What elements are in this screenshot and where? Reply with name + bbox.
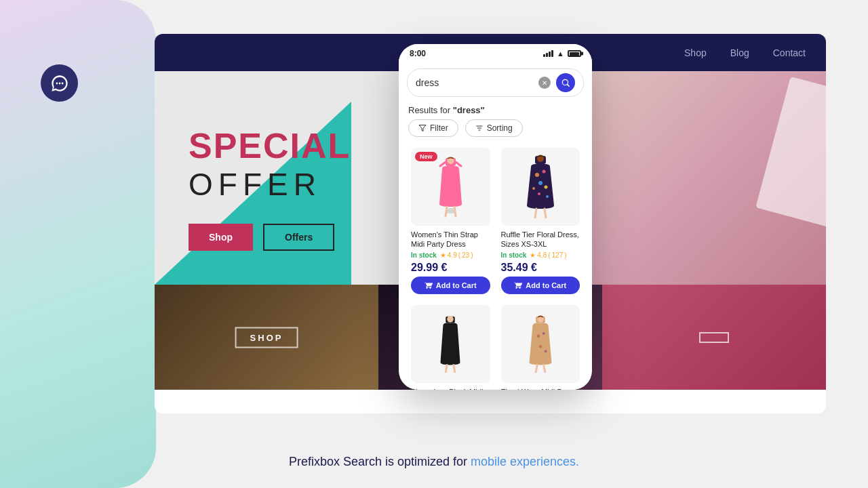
search-submit-button[interactable] <box>556 73 575 92</box>
rating-2: ★ 4.8 (127) <box>530 251 566 259</box>
product-name-2: Ruffle Tier Floral Dress, Sizes XS-3XL <box>501 230 580 249</box>
svg-point-32 <box>536 334 540 338</box>
svg-line-36 <box>536 365 537 372</box>
svg-point-30 <box>447 316 454 323</box>
svg-line-29 <box>454 365 455 372</box>
svg-point-0 <box>56 82 58 84</box>
svg-point-33 <box>542 332 545 335</box>
svg-point-19 <box>538 181 542 185</box>
filter-sort-row: Filter Sorting <box>399 119 592 142</box>
thumb-3[interactable] <box>602 285 826 390</box>
svg-line-10 <box>440 162 446 166</box>
svg-point-35 <box>545 350 547 352</box>
shop-button[interactable]: Shop <box>189 224 253 251</box>
product-price-1: 29.99 € <box>411 262 490 274</box>
wifi-icon: ▲ <box>557 49 564 58</box>
special-label: SPECIAL <box>189 125 351 166</box>
svg-point-34 <box>538 345 542 348</box>
in-stock-1: In stock <box>411 251 437 259</box>
svg-line-25 <box>545 209 546 218</box>
phone-status-bar: 8:00 ▲ <box>399 44 592 63</box>
product-card-1: New Women's Thin Strap Midi Party Dre <box>406 142 496 300</box>
in-stock-2: In stock <box>501 251 527 259</box>
chat-icon <box>50 74 69 93</box>
product-meta-1: In stock ★ 4.9 (23) <box>411 251 490 259</box>
cart-icon-1 <box>425 281 433 289</box>
svg-line-14 <box>454 207 456 216</box>
new-badge-1: New <box>415 152 437 161</box>
svg-line-28 <box>446 365 447 372</box>
bottom-text-prefix: Prefixbox Search is optimized for <box>289 455 471 468</box>
nav-blog[interactable]: Blog <box>730 47 749 58</box>
dress-image-beige <box>524 315 557 373</box>
status-icons: ▲ <box>543 49 581 58</box>
product-card-4: Floral Wrap Midi Dress In stock ★ 4.6 (3… <box>496 300 586 390</box>
add-to-cart-2[interactable]: Add to Cart <box>501 277 580 294</box>
rating-value-2: 4.8 <box>537 251 547 259</box>
results-header: Results for "dress" <box>399 102 592 119</box>
results-prefix: Results for <box>408 105 453 115</box>
svg-marker-5 <box>419 125 426 131</box>
dress-image-pink <box>432 157 469 218</box>
product-name-4: Floral Wrap Midi Dress <box>501 387 580 390</box>
product-name-1: Women's Thin Strap Midi Party Dress <box>411 230 490 249</box>
star-icon-1: ★ <box>440 251 446 259</box>
cart-icon-2 <box>514 281 522 289</box>
svg-line-24 <box>535 209 536 218</box>
offers-button[interactable]: Offers <box>263 224 334 251</box>
search-bar[interactable]: dress ✕ <box>407 68 584 97</box>
rating-1: ★ 4.9 (23) <box>440 251 473 259</box>
svg-point-2 <box>61 82 63 84</box>
offer-label: OFFER <box>189 166 351 203</box>
svg-line-4 <box>568 85 570 87</box>
rating-value-1: 4.9 <box>448 251 457 259</box>
star-icon-2: ★ <box>530 251 536 259</box>
hero-buttons: Shop Offers <box>189 224 334 251</box>
sort-label: Sorting <box>487 123 513 133</box>
product-name-3: Sleeveless Black Midi Dress <box>411 387 490 390</box>
nav-shop[interactable]: Shop <box>684 47 707 58</box>
product-image-4 <box>501 305 580 383</box>
thumb-1[interactable]: SHOP <box>155 285 378 390</box>
product-image-1: New <box>411 148 490 226</box>
signal-icon <box>543 50 553 57</box>
filter-button[interactable]: Filter <box>408 119 458 137</box>
svg-point-17 <box>535 173 539 177</box>
bottom-text: Prefixbox Search is optimized for mobile… <box>0 455 868 469</box>
nav-contact[interactable]: Contact <box>773 47 806 58</box>
filter-label: Filter <box>430 123 448 133</box>
add-to-cart-1[interactable]: Add to Cart <box>411 277 490 294</box>
results-query: "dress" <box>453 105 485 115</box>
svg-line-13 <box>446 207 447 216</box>
sort-button[interactable]: Sorting <box>465 119 523 137</box>
thumb-label-3 <box>699 332 729 343</box>
dress-image-black <box>433 315 467 373</box>
svg-line-11 <box>456 162 461 166</box>
product-card-3: Sleeveless Black Midi Dress In stock ★ 4… <box>406 300 496 390</box>
background-gradient <box>0 0 156 488</box>
search-submit-icon <box>561 78 570 87</box>
product-meta-2: In stock ★ 4.8 (127) <box>501 251 580 259</box>
svg-point-22 <box>538 192 540 195</box>
chat-icon-button[interactable] <box>41 64 78 102</box>
products-grid: New Women's Thin Strap Midi Party Dre <box>399 142 592 390</box>
filter-icon <box>418 124 427 132</box>
thumb-label-1: SHOP <box>235 327 298 348</box>
svg-point-20 <box>532 187 535 190</box>
product-card-2: Ruffle Tier Floral Dress, Sizes XS-3XL I… <box>496 142 586 300</box>
battery-icon <box>568 50 581 57</box>
svg-point-23 <box>546 195 549 198</box>
product-image-2 <box>501 148 580 226</box>
phone-time: 8:00 <box>410 49 426 58</box>
special-offer-text: SPECIAL OFFER <box>189 125 351 203</box>
search-bar-wrapper: dress ✕ <box>399 63 592 102</box>
review-count-1: ( <box>458 251 460 259</box>
svg-point-1 <box>58 82 60 84</box>
svg-point-21 <box>544 186 547 189</box>
mobile-phone: 8:00 ▲ dress ✕ <box>399 44 592 390</box>
bottom-text-highlight: mobile experiences. <box>471 455 579 468</box>
search-input-value[interactable]: dress <box>416 77 533 88</box>
search-clear-button[interactable]: ✕ <box>538 77 551 89</box>
add-to-cart-label-2: Add to Cart <box>526 281 566 289</box>
product-image-3 <box>411 305 490 383</box>
